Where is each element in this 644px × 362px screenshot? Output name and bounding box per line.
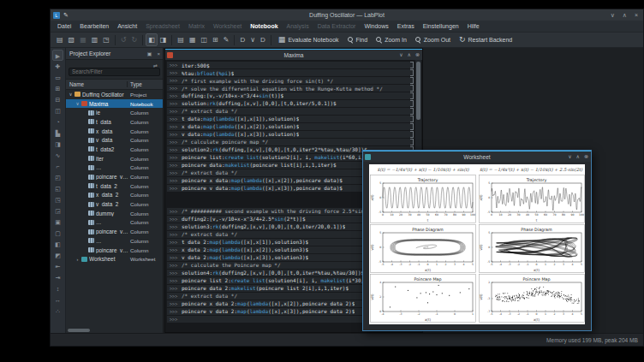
layout-bottom-right-icon[interactable]: ◲ (52, 205, 63, 217)
tree-row[interactable]: t_data_2Column (66, 181, 163, 191)
print-icon[interactable]: ▥ (89, 33, 101, 46)
menu-data-extractor[interactable]: Data Extractor (313, 21, 361, 32)
menu-extras[interactable]: Extras (393, 21, 419, 32)
shift-right-icon[interactable]: ⇥ (52, 272, 63, 283)
notebook-titlebar[interactable]: Maxima ∨ ∧ ⊗ (165, 49, 422, 60)
menu-hilfe[interactable]: Hilfe (463, 21, 484, 32)
code-line[interactable]: >>>iter:500$ (167, 62, 414, 68)
tree-row[interactable]: ∨MaximaNotebook (66, 99, 163, 109)
redo-icon[interactable]: ↻ (129, 33, 140, 46)
layout-top-left-icon[interactable]: ◰ (52, 172, 63, 183)
layout-bottom-left-icon[interactable]: ◱ (52, 183, 63, 194)
tree-row[interactable]: …Column (66, 218, 163, 228)
zoom-out-tool-icon[interactable]: ⊟ (52, 94, 63, 105)
crosshair-tool-icon[interactable]: ✚ (52, 61, 63, 72)
shift-left-icon[interactable]: ⇤ (52, 261, 63, 272)
notebook-close-icon[interactable]: ⊗ (415, 50, 420, 60)
rotate-tool-icon[interactable]: ◔ (52, 116, 63, 128)
tree-row[interactable]: x_dataColumn (66, 127, 163, 136)
zoom-in-button[interactable]: Zoom In (372, 35, 411, 45)
tree-row[interactable]: ∨Duffing OscillatorProject (66, 90, 163, 99)
tree-columns-header[interactable]: Name Type (66, 79, 163, 90)
maximize-icon[interactable]: ∧ (623, 9, 627, 21)
find-button[interactable]: Find (343, 35, 373, 45)
worksheet-titlebar[interactable]: Worksheet ∨ ∧ ⊗ (363, 151, 591, 162)
toggle-properties-icon[interactable]: ◨ (158, 33, 170, 46)
code-line[interactable]: >>>%tau:bfloat(%pi)$ (167, 69, 414, 76)
layout-top-right-icon[interactable]: ◳ (52, 194, 63, 205)
export-icon[interactable]: ◳ (100, 33, 112, 46)
new-document-icon[interactable]: ▤ (54, 33, 66, 46)
tree-row[interactable]: poincare_v_dataColumn (66, 227, 163, 236)
code-line[interactable]: >>>x_data:map(lambda([x],x[2]),solution)… (167, 123, 414, 130)
insert-entry-icon[interactable]: ⊞ (210, 33, 221, 46)
restart-backend-button[interactable]: ↻ Restart Backend (455, 34, 516, 45)
menu-worksheet[interactable]: Worksheet (209, 21, 246, 32)
notebook-minimize-icon[interactable]: ∨ (399, 50, 402, 60)
menu-matrix[interactable]: Matrix (184, 21, 209, 32)
points-tool-icon[interactable]: ∴ (52, 306, 63, 317)
menu-windows[interactable]: Windows (360, 21, 392, 32)
titlebar[interactable]: L ✎ Duffing Oscillator — LabPlot ∨ ∧ × (51, 9, 643, 21)
menu-einstellungen[interactable]: Einstellungen (419, 21, 463, 32)
pointer-tool-icon[interactable]: ▶ (52, 50, 63, 61)
add-command-entry-icon[interactable]: ▦ (187, 33, 199, 46)
tree-row[interactable]: ieColumn (66, 108, 163, 117)
zoom-out-button[interactable]: Zoom Out (411, 35, 455, 45)
worksheet-close-icon[interactable]: ⊗ (584, 151, 588, 162)
pane-right-icon[interactable]: ◨ (52, 139, 63, 150)
backend-menu-icon[interactable]: D (237, 33, 247, 46)
menu-notebook[interactable]: Notebook (246, 21, 282, 32)
menu-bearbeiten[interactable]: Bearbeiten (75, 21, 113, 32)
backend-icon[interactable]: D (258, 33, 268, 46)
corner-tool-icon[interactable]: ▙ (52, 128, 63, 139)
select-region-icon[interactable]: ▭ (52, 72, 63, 83)
tree-row[interactable]: poincare_v_data2Column (66, 172, 163, 181)
curve-tool-icon[interactable]: ∿ (52, 150, 63, 161)
worksheet-minimize-icon[interactable]: ∨ (568, 151, 571, 162)
tree-row[interactable]: t_data2Column (66, 145, 163, 154)
toggle-explorer-icon[interactable]: ◧ (146, 33, 158, 46)
undo-icon[interactable]: ↺ (118, 33, 129, 46)
expander-icon[interactable]: ∨ (75, 101, 80, 106)
tree-row[interactable]: t_dataColumn (66, 117, 163, 127)
tree-row[interactable]: …Column (66, 163, 163, 173)
split-view-icon[interactable]: ◫ (52, 105, 63, 116)
close-icon[interactable]: × (635, 9, 638, 21)
backend-caret-icon[interactable]: ∨ (247, 33, 258, 46)
code-line[interactable]: >>>v_data:map(lambda([x],x[3]),solution)… (167, 131, 414, 138)
tree-row[interactable]: poincare_v_data_2Column (66, 246, 163, 255)
code-line[interactable]: >>>/* extract data */ (167, 108, 414, 115)
menu-ansicht[interactable]: Ansicht (113, 21, 141, 32)
tree-row[interactable]: x_data_2Column (66, 191, 163, 200)
worksheet-maximize-icon[interactable]: ∧ (576, 151, 580, 162)
code-line[interactable]: >>>solution:rk(duffing,[x,v],[0,0],[t,0,… (167, 100, 414, 107)
tree-row[interactable]: iterColumn (66, 154, 163, 163)
minimize-icon[interactable]: ∨ (611, 9, 615, 21)
detach-panel-icon[interactable]: ▣ (145, 50, 155, 56)
project-explorer-header[interactable]: Project Explorer ▣ × (66, 48, 163, 60)
tree-row[interactable]: …Column (66, 236, 163, 246)
scale-y-icon[interactable]: ↕ (52, 283, 63, 294)
tree-row[interactable]: v_data_2Column (66, 199, 163, 209)
open-project-icon[interactable]: ▧ (66, 33, 78, 46)
save-project-icon[interactable]: ▦ (77, 33, 89, 46)
close-panel-icon[interactable]: × (154, 51, 163, 56)
code-line[interactable]: >>>duffing:[v,-v/10+x-x^3/4+sin(t)]$ (167, 92, 414, 99)
worksheet-page[interactable]: ẍ(t) = −1/4x³(t) + x(t) − 1/10ẋ(t) + sin… (369, 164, 585, 324)
diagonal-tool-icon[interactable]: ◩ (52, 250, 63, 261)
code-line[interactable]: >>>/* calculate poincare map */ (167, 139, 414, 145)
project-tree-hscrollbar[interactable] (66, 328, 163, 333)
tree-row[interactable]: ›WorksheetWorksheet (66, 254, 163, 264)
menu-analysis[interactable]: Analysis (283, 21, 313, 32)
frame-tool-icon[interactable]: ▢ (52, 228, 63, 239)
expander-icon[interactable]: › (75, 257, 80, 262)
edit-entry-icon[interactable]: ✎ (221, 33, 232, 46)
evaluate-notebook-button[interactable]: ▦ Evaluate Notebook (274, 34, 343, 45)
tree-row[interactable]: v_dataColumn (66, 135, 163, 145)
scale-x-icon[interactable]: ↔ (52, 294, 63, 306)
code-line[interactable]: >>>t_data:map(lambda([x],x[1]),solution)… (167, 116, 414, 122)
notebook-maximize-icon[interactable]: ∧ (408, 50, 411, 60)
menu-spreadsheet[interactable]: Spreadsheet (141, 21, 184, 32)
code-line[interactable]: >>>/* first example with the driving for… (167, 77, 414, 84)
